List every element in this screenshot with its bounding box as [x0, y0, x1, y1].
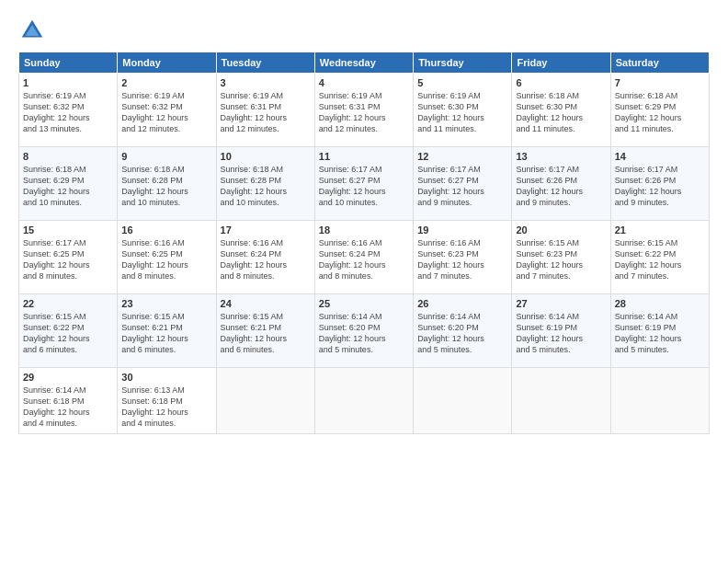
day-info: Sunrise: 6:15 AM Sunset: 6:21 PM Dayligh…	[121, 311, 211, 356]
calendar-cell: 18Sunrise: 6:16 AM Sunset: 6:24 PM Dayli…	[314, 221, 413, 294]
calendar-cell: 14Sunrise: 6:17 AM Sunset: 6:26 PM Dayli…	[610, 147, 709, 221]
day-number: 22	[23, 298, 113, 309]
day-info: Sunrise: 6:19 AM Sunset: 6:30 PM Dayligh…	[417, 90, 507, 135]
day-number: 11	[319, 151, 409, 162]
calendar-week-4: 22Sunrise: 6:15 AM Sunset: 6:22 PM Dayli…	[19, 294, 710, 368]
weekday-header-wednesday: Wednesday	[314, 52, 413, 74]
day-number: 2	[121, 77, 211, 88]
day-info: Sunrise: 6:18 AM Sunset: 6:30 PM Dayligh…	[516, 90, 606, 135]
day-number: 24	[221, 298, 311, 309]
calendar-cell: 5Sunrise: 6:19 AM Sunset: 6:30 PM Daylig…	[414, 74, 512, 147]
calendar-cell: 27Sunrise: 6:14 AM Sunset: 6:19 PM Dayli…	[512, 294, 610, 368]
day-number: 8	[23, 151, 113, 162]
header	[18, 17, 710, 44]
calendar-cell: 17Sunrise: 6:16 AM Sunset: 6:24 PM Dayli…	[216, 221, 314, 294]
day-number: 20	[516, 224, 606, 236]
day-info: Sunrise: 6:18 AM Sunset: 6:29 PM Dayligh…	[23, 164, 113, 209]
day-number: 9	[121, 151, 211, 162]
day-info: Sunrise: 6:19 AM Sunset: 6:31 PM Dayligh…	[319, 90, 409, 135]
day-info: Sunrise: 6:16 AM Sunset: 6:24 PM Dayligh…	[221, 237, 311, 282]
day-info: Sunrise: 6:17 AM Sunset: 6:27 PM Dayligh…	[319, 164, 409, 209]
calendar-cell	[314, 368, 413, 434]
page: SundayMondayTuesdayWednesdayThursdayFrid…	[0, 0, 728, 563]
day-number: 26	[417, 298, 507, 309]
calendar-header-row: SundayMondayTuesdayWednesdayThursdayFrid…	[19, 52, 710, 74]
calendar-cell: 9Sunrise: 6:18 AM Sunset: 6:28 PM Daylig…	[118, 147, 216, 221]
calendar-cell: 10Sunrise: 6:18 AM Sunset: 6:28 PM Dayli…	[216, 147, 314, 221]
calendar-cell: 22Sunrise: 6:15 AM Sunset: 6:22 PM Dayli…	[19, 294, 118, 368]
day-info: Sunrise: 6:18 AM Sunset: 6:29 PM Dayligh…	[615, 90, 705, 135]
day-number: 21	[615, 224, 705, 236]
calendar-cell: 16Sunrise: 6:16 AM Sunset: 6:25 PM Dayli…	[118, 221, 216, 294]
calendar-cell: 29Sunrise: 6:14 AM Sunset: 6:18 PM Dayli…	[19, 368, 118, 434]
day-info: Sunrise: 6:19 AM Sunset: 6:32 PM Dayligh…	[121, 90, 211, 135]
weekday-header-monday: Monday	[118, 52, 216, 74]
calendar-cell	[512, 368, 610, 434]
calendar-cell: 30Sunrise: 6:13 AM Sunset: 6:18 PM Dayli…	[118, 368, 216, 434]
weekday-header-sunday: Sunday	[19, 52, 118, 74]
calendar-cell: 12Sunrise: 6:17 AM Sunset: 6:27 PM Dayli…	[414, 147, 512, 221]
day-info: Sunrise: 6:14 AM Sunset: 6:20 PM Dayligh…	[319, 311, 409, 356]
calendar-cell: 21Sunrise: 6:15 AM Sunset: 6:22 PM Dayli…	[610, 221, 709, 294]
calendar-cell: 20Sunrise: 6:15 AM Sunset: 6:23 PM Dayli…	[512, 221, 610, 294]
day-info: Sunrise: 6:14 AM Sunset: 6:19 PM Dayligh…	[516, 311, 606, 356]
calendar-cell: 28Sunrise: 6:14 AM Sunset: 6:19 PM Dayli…	[610, 294, 709, 368]
day-info: Sunrise: 6:16 AM Sunset: 6:25 PM Dayligh…	[121, 237, 211, 282]
day-number: 14	[615, 151, 705, 162]
day-info: Sunrise: 6:15 AM Sunset: 6:22 PM Dayligh…	[615, 237, 705, 282]
calendar-cell: 24Sunrise: 6:15 AM Sunset: 6:21 PM Dayli…	[216, 294, 314, 368]
day-info: Sunrise: 6:17 AM Sunset: 6:25 PM Dayligh…	[23, 237, 113, 282]
day-info: Sunrise: 6:15 AM Sunset: 6:21 PM Dayligh…	[221, 311, 311, 356]
day-number: 23	[121, 298, 211, 309]
weekday-header-tuesday: Tuesday	[216, 52, 314, 74]
day-info: Sunrise: 6:15 AM Sunset: 6:22 PM Dayligh…	[23, 311, 113, 356]
logo	[18, 17, 50, 44]
day-number: 25	[319, 298, 409, 309]
weekday-header-saturday: Saturday	[610, 52, 709, 74]
day-info: Sunrise: 6:19 AM Sunset: 6:31 PM Dayligh…	[221, 90, 311, 135]
calendar-cell: 26Sunrise: 6:14 AM Sunset: 6:20 PM Dayli…	[414, 294, 512, 368]
day-number: 30	[121, 372, 211, 383]
calendar-cell	[216, 368, 314, 434]
day-number: 27	[516, 298, 606, 309]
calendar-cell: 3Sunrise: 6:19 AM Sunset: 6:31 PM Daylig…	[216, 74, 314, 147]
calendar-cell: 13Sunrise: 6:17 AM Sunset: 6:26 PM Dayli…	[512, 147, 610, 221]
day-info: Sunrise: 6:17 AM Sunset: 6:27 PM Dayligh…	[417, 164, 507, 209]
day-info: Sunrise: 6:16 AM Sunset: 6:24 PM Dayligh…	[319, 237, 409, 282]
calendar-cell: 23Sunrise: 6:15 AM Sunset: 6:21 PM Dayli…	[118, 294, 216, 368]
calendar-cell	[414, 368, 512, 434]
day-number: 13	[516, 151, 606, 162]
day-info: Sunrise: 6:14 AM Sunset: 6:19 PM Dayligh…	[615, 311, 705, 356]
calendar-cell: 25Sunrise: 6:14 AM Sunset: 6:20 PM Dayli…	[314, 294, 413, 368]
day-info: Sunrise: 6:13 AM Sunset: 6:18 PM Dayligh…	[121, 385, 211, 430]
day-info: Sunrise: 6:17 AM Sunset: 6:26 PM Dayligh…	[516, 164, 606, 209]
day-number: 5	[417, 77, 507, 88]
logo-icon	[18, 17, 46, 44]
day-info: Sunrise: 6:18 AM Sunset: 6:28 PM Dayligh…	[121, 164, 211, 209]
calendar-cell: 15Sunrise: 6:17 AM Sunset: 6:25 PM Dayli…	[19, 221, 118, 294]
day-number: 18	[319, 224, 409, 236]
calendar-cell: 11Sunrise: 6:17 AM Sunset: 6:27 PM Dayli…	[314, 147, 413, 221]
calendar-cell: 6Sunrise: 6:18 AM Sunset: 6:30 PM Daylig…	[512, 74, 610, 147]
weekday-header-friday: Friday	[512, 52, 610, 74]
day-info: Sunrise: 6:16 AM Sunset: 6:23 PM Dayligh…	[417, 237, 507, 282]
day-number: 12	[417, 151, 507, 162]
day-number: 16	[121, 224, 211, 236]
day-number: 7	[615, 77, 705, 88]
day-info: Sunrise: 6:14 AM Sunset: 6:18 PM Dayligh…	[23, 385, 113, 430]
day-number: 3	[221, 77, 311, 88]
calendar-week-3: 15Sunrise: 6:17 AM Sunset: 6:25 PM Dayli…	[19, 221, 710, 294]
calendar-cell: 4Sunrise: 6:19 AM Sunset: 6:31 PM Daylig…	[314, 74, 413, 147]
day-number: 1	[23, 77, 113, 88]
day-number: 10	[221, 151, 311, 162]
day-number: 6	[516, 77, 606, 88]
calendar-cell: 7Sunrise: 6:18 AM Sunset: 6:29 PM Daylig…	[610, 74, 709, 147]
day-number: 17	[221, 224, 311, 236]
calendar-week-2: 8Sunrise: 6:18 AM Sunset: 6:29 PM Daylig…	[19, 147, 710, 221]
calendar-cell: 2Sunrise: 6:19 AM Sunset: 6:32 PM Daylig…	[118, 74, 216, 147]
day-info: Sunrise: 6:17 AM Sunset: 6:26 PM Dayligh…	[615, 164, 705, 209]
day-info: Sunrise: 6:14 AM Sunset: 6:20 PM Dayligh…	[417, 311, 507, 356]
calendar-cell: 1Sunrise: 6:19 AM Sunset: 6:32 PM Daylig…	[19, 74, 118, 147]
calendar-cell	[610, 368, 709, 434]
day-info: Sunrise: 6:19 AM Sunset: 6:32 PM Dayligh…	[23, 90, 113, 135]
